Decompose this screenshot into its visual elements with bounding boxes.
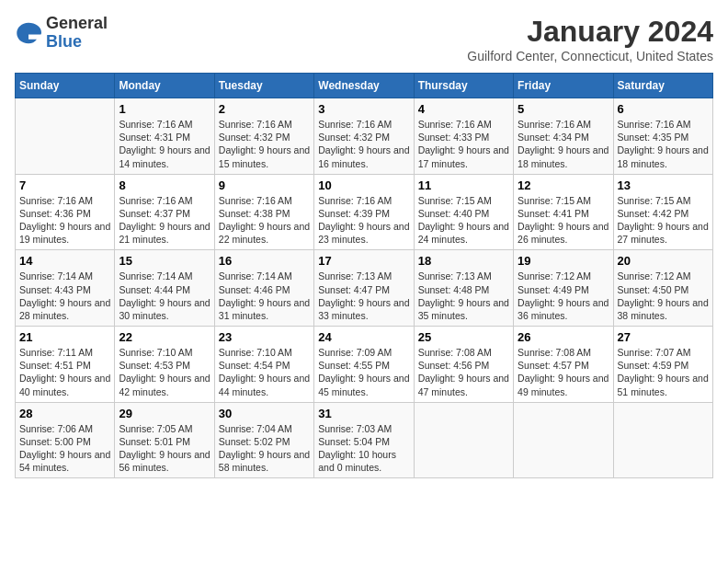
weekday-header: Friday: [514, 74, 613, 98]
day-number: 8: [119, 178, 210, 192]
day-number: 13: [618, 178, 709, 192]
day-number: 5: [518, 102, 609, 116]
day-info: Sunrise: 7:06 AM Sunset: 5:00 PM Dayligh…: [19, 422, 110, 475]
calendar-cell: 27Sunrise: 7:07 AM Sunset: 4:59 PM Dayli…: [613, 327, 712, 403]
day-number: 27: [618, 330, 709, 344]
calendar-week-row: 7Sunrise: 7:16 AM Sunset: 4:36 PM Daylig…: [16, 174, 713, 250]
weekday-header: Monday: [115, 74, 214, 98]
day-info: Sunrise: 7:15 AM Sunset: 4:41 PM Dayligh…: [518, 194, 609, 247]
calendar-cell: 10Sunrise: 7:16 AM Sunset: 4:39 PM Dayli…: [314, 174, 414, 250]
calendar-subtitle: Guilford Center, Connecticut, United Sta…: [467, 49, 713, 63]
day-info: Sunrise: 7:14 AM Sunset: 4:44 PM Dayligh…: [119, 270, 210, 322]
day-number: 14: [19, 254, 110, 268]
calendar-cell: 2Sunrise: 7:16 AM Sunset: 4:32 PM Daylig…: [214, 98, 313, 175]
day-number: 28: [19, 407, 110, 420]
calendar-cell: 12Sunrise: 7:15 AM Sunset: 4:41 PM Dayli…: [514, 174, 613, 250]
day-info: Sunrise: 7:16 AM Sunset: 4:36 PM Dayligh…: [19, 194, 110, 247]
calendar-cell: 28Sunrise: 7:06 AM Sunset: 5:00 PM Dayli…: [16, 402, 115, 478]
day-info: Sunrise: 7:16 AM Sunset: 4:34 PM Dayligh…: [518, 118, 609, 170]
day-number: 9: [219, 178, 310, 192]
day-info: Sunrise: 7:16 AM Sunset: 4:31 PM Dayligh…: [119, 118, 210, 170]
weekday-header: Thursday: [414, 74, 513, 98]
calendar-cell: 18Sunrise: 7:13 AM Sunset: 4:48 PM Dayli…: [414, 250, 513, 327]
calendar-cell: 29Sunrise: 7:05 AM Sunset: 5:01 PM Dayli…: [115, 402, 214, 478]
day-number: 3: [318, 102, 409, 116]
calendar-table: SundayMondayTuesdayWednesdayThursdayFrid…: [15, 73, 713, 478]
calendar-cell: 19Sunrise: 7:12 AM Sunset: 4:49 PM Dayli…: [514, 250, 613, 327]
day-info: Sunrise: 7:10 AM Sunset: 4:54 PM Dayligh…: [219, 346, 310, 398]
day-info: Sunrise: 7:08 AM Sunset: 4:57 PM Dayligh…: [518, 346, 609, 398]
calendar-cell: 5Sunrise: 7:16 AM Sunset: 4:34 PM Daylig…: [514, 98, 613, 175]
calendar-cell: [414, 402, 513, 478]
calendar-cell: 23Sunrise: 7:10 AM Sunset: 4:54 PM Dayli…: [214, 327, 313, 403]
day-number: 25: [418, 330, 509, 344]
calendar-cell: 8Sunrise: 7:16 AM Sunset: 4:37 PM Daylig…: [115, 174, 214, 250]
day-info: Sunrise: 7:15 AM Sunset: 4:40 PM Dayligh…: [418, 194, 509, 247]
day-info: Sunrise: 7:05 AM Sunset: 5:01 PM Dayligh…: [119, 422, 210, 475]
calendar-cell: [16, 98, 115, 175]
weekday-header: Tuesday: [214, 74, 313, 98]
calendar-cell: 3Sunrise: 7:16 AM Sunset: 4:32 PM Daylig…: [314, 98, 414, 175]
day-info: Sunrise: 7:16 AM Sunset: 4:32 PM Dayligh…: [318, 118, 409, 170]
day-number: 23: [219, 330, 310, 344]
day-number: 19: [518, 254, 609, 268]
calendar-cell: 7Sunrise: 7:16 AM Sunset: 4:36 PM Daylig…: [16, 174, 115, 250]
calendar-week-row: 14Sunrise: 7:14 AM Sunset: 4:43 PM Dayli…: [16, 250, 713, 327]
calendar-cell: 13Sunrise: 7:15 AM Sunset: 4:42 PM Dayli…: [613, 174, 712, 250]
page-header: General Blue January 2024 Guilford Cente…: [15, 15, 713, 63]
day-info: Sunrise: 7:09 AM Sunset: 4:55 PM Dayligh…: [318, 346, 409, 398]
day-number: 10: [318, 178, 409, 192]
day-info: Sunrise: 7:12 AM Sunset: 4:50 PM Dayligh…: [618, 270, 709, 322]
day-number: 22: [119, 330, 210, 344]
calendar-cell: 26Sunrise: 7:08 AM Sunset: 4:57 PM Dayli…: [514, 327, 613, 403]
weekday-header: Saturday: [613, 74, 712, 98]
day-info: Sunrise: 7:07 AM Sunset: 4:59 PM Dayligh…: [618, 346, 709, 398]
logo-blue: Blue: [46, 33, 108, 52]
day-number: 15: [119, 254, 210, 268]
calendar-cell: 6Sunrise: 7:16 AM Sunset: 4:35 PM Daylig…: [613, 98, 712, 175]
calendar-week-row: 21Sunrise: 7:11 AM Sunset: 4:51 PM Dayli…: [16, 327, 713, 403]
calendar-cell: 16Sunrise: 7:14 AM Sunset: 4:46 PM Dayli…: [214, 250, 313, 327]
day-info: Sunrise: 7:11 AM Sunset: 4:51 PM Dayligh…: [19, 346, 110, 398]
calendar-cell: 14Sunrise: 7:14 AM Sunset: 4:43 PM Dayli…: [16, 250, 115, 327]
calendar-week-row: 28Sunrise: 7:06 AM Sunset: 5:00 PM Dayli…: [16, 402, 713, 478]
weekday-header: Wednesday: [314, 74, 414, 98]
calendar-cell: 21Sunrise: 7:11 AM Sunset: 4:51 PM Dayli…: [16, 327, 115, 403]
day-number: 4: [418, 102, 509, 116]
day-info: Sunrise: 7:08 AM Sunset: 4:56 PM Dayligh…: [418, 346, 509, 398]
day-number: 31: [318, 407, 409, 420]
day-info: Sunrise: 7:13 AM Sunset: 4:48 PM Dayligh…: [418, 270, 509, 322]
calendar-cell: 9Sunrise: 7:16 AM Sunset: 4:38 PM Daylig…: [214, 174, 313, 250]
day-info: Sunrise: 7:15 AM Sunset: 4:42 PM Dayligh…: [618, 194, 709, 247]
calendar-title: January 2024: [467, 15, 713, 49]
calendar-cell: 15Sunrise: 7:14 AM Sunset: 4:44 PM Dayli…: [115, 250, 214, 327]
day-number: 30: [219, 407, 310, 420]
day-number: 24: [318, 330, 409, 344]
calendar-cell: 24Sunrise: 7:09 AM Sunset: 4:55 PM Dayli…: [314, 327, 414, 403]
day-number: 29: [119, 407, 210, 420]
day-info: Sunrise: 7:16 AM Sunset: 4:38 PM Dayligh…: [219, 194, 310, 247]
day-info: Sunrise: 7:12 AM Sunset: 4:49 PM Dayligh…: [518, 270, 609, 322]
day-number: 20: [618, 254, 709, 268]
calendar-cell: 20Sunrise: 7:12 AM Sunset: 4:50 PM Dayli…: [613, 250, 712, 327]
day-info: Sunrise: 7:14 AM Sunset: 4:43 PM Dayligh…: [19, 270, 110, 322]
day-number: 12: [518, 178, 609, 192]
day-number: 6: [618, 102, 709, 116]
calendar-cell: 1Sunrise: 7:16 AM Sunset: 4:31 PM Daylig…: [115, 98, 214, 175]
logo-general: General: [46, 15, 108, 33]
calendar-cell: 30Sunrise: 7:04 AM Sunset: 5:02 PM Dayli…: [214, 402, 313, 478]
day-info: Sunrise: 7:04 AM Sunset: 5:02 PM Dayligh…: [219, 422, 310, 475]
day-number: 26: [518, 330, 609, 344]
day-info: Sunrise: 7:16 AM Sunset: 4:33 PM Dayligh…: [418, 118, 509, 170]
day-number: 17: [318, 254, 409, 268]
day-number: 16: [219, 254, 310, 268]
calendar-cell: 11Sunrise: 7:15 AM Sunset: 4:40 PM Dayli…: [414, 174, 513, 250]
day-info: Sunrise: 7:03 AM Sunset: 5:04 PM Dayligh…: [318, 422, 409, 475]
calendar-cell: 22Sunrise: 7:10 AM Sunset: 4:53 PM Dayli…: [115, 327, 214, 403]
title-block: January 2024 Guilford Center, Connecticu…: [467, 15, 713, 63]
day-info: Sunrise: 7:16 AM Sunset: 4:35 PM Dayligh…: [618, 118, 709, 170]
day-info: Sunrise: 7:16 AM Sunset: 4:37 PM Dayligh…: [119, 194, 210, 247]
logo-text: General Blue: [46, 15, 108, 52]
day-info: Sunrise: 7:14 AM Sunset: 4:46 PM Dayligh…: [219, 270, 310, 322]
calendar-cell: [613, 402, 712, 478]
